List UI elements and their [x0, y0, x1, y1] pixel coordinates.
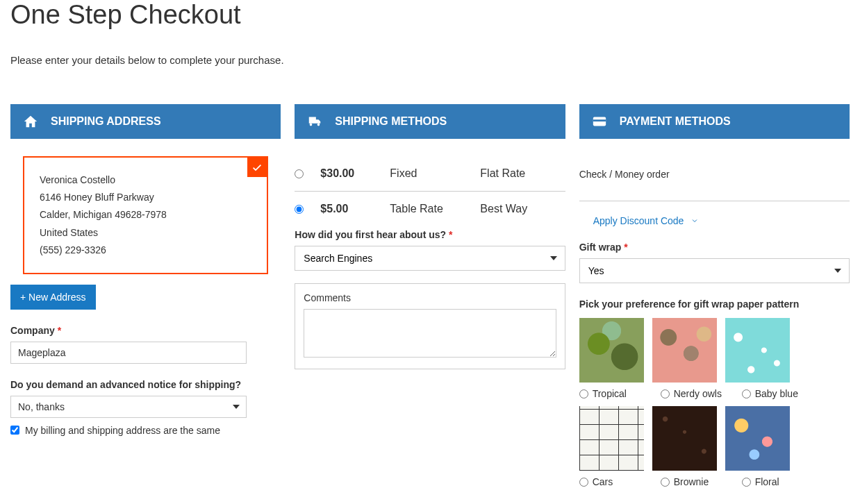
address-country: United States [40, 224, 251, 242]
shipping-option-flat-rate[interactable]: $30.00 Fixed Flat Rate [295, 156, 565, 192]
comments-textarea[interactable] [304, 309, 556, 358]
payment-methods-title: PAYMENT METHODS [620, 115, 731, 128]
company-label: Company [10, 325, 281, 336]
same-billing-checkbox[interactable] [10, 426, 19, 435]
address-name: Veronica Costello [40, 171, 251, 189]
shipping-address-header: SHIPPING ADDRESS [10, 104, 281, 139]
shipping-methods-header: SHIPPING METHODS [295, 104, 565, 139]
flat-rate-price: $30.00 [320, 167, 390, 180]
same-billing-label: My billing and shipping address are the … [25, 425, 220, 436]
address-street: 6146 Honey Bluff Parkway [40, 189, 251, 206]
address-phone: (555) 229-3326 [40, 242, 251, 259]
giftwrap-label: Gift wrap [579, 242, 850, 253]
notice-select[interactable]: No, thanks [10, 396, 247, 418]
hear-about-label: How did you first hear about us? [295, 229, 565, 240]
pattern-option-baby-blue[interactable]: Baby blue [742, 388, 815, 399]
best-way-price: $5.00 [320, 203, 390, 215]
truck-icon [307, 114, 322, 129]
pattern-option-nerdy-owls[interactable]: Nerdy owls [661, 388, 734, 399]
apply-discount-link[interactable]: Apply Discount Code [593, 215, 850, 226]
divider [579, 201, 850, 201]
shipping-address-title: SHIPPING ADDRESS [51, 115, 161, 128]
shipping-methods-title: SHIPPING METHODS [335, 115, 447, 128]
pattern-option-brownie[interactable]: Brownie [661, 476, 734, 487]
hear-about-select[interactable]: Search Engines [295, 246, 565, 271]
swatch-nerdy-owls[interactable] [652, 318, 717, 383]
home-icon [23, 114, 38, 129]
swatch-floral[interactable] [725, 406, 790, 471]
new-address-button[interactable]: + New Address [10, 285, 96, 310]
shipping-option-best-way[interactable]: $5.00 Table Rate Best Way [295, 192, 565, 226]
best-way-name: Best Way [480, 203, 527, 215]
pattern-label: Pick your preference for gift wrap paper… [579, 299, 850, 310]
swatch-baby-blue[interactable] [725, 318, 790, 383]
flat-rate-radio[interactable] [295, 169, 304, 178]
payment-method-check[interactable]: Check / Money order [579, 156, 850, 180]
card-icon [592, 114, 607, 129]
notice-label: Do you demand an advanced notice for shi… [10, 379, 281, 390]
svg-rect-1 [593, 119, 605, 121]
chevron-down-icon [691, 217, 699, 225]
address-city: Calder, Michigan 49628-7978 [40, 206, 251, 224]
pattern-option-floral[interactable]: Floral [742, 476, 815, 487]
shipping-methods-column: SHIPPING METHODS $30.00 Fixed Flat Rate … [295, 104, 565, 494]
best-way-radio[interactable] [295, 205, 304, 214]
pattern-option-tropical[interactable]: Tropical [579, 388, 652, 399]
payment-methods-column: PAYMENT METHODS Check / Money order Appl… [579, 104, 850, 494]
swatch-tropical[interactable] [579, 318, 644, 383]
best-way-type: Table Rate [390, 203, 480, 215]
comments-box: Comments [295, 283, 565, 369]
shipping-address-column: SHIPPING ADDRESS Veronica Costello 6146 … [10, 104, 281, 494]
giftwrap-select[interactable]: Yes [579, 258, 850, 283]
flat-rate-type: Fixed [390, 167, 480, 180]
payment-methods-header: PAYMENT METHODS [579, 104, 850, 139]
comments-label: Comments [304, 292, 556, 303]
swatch-cars[interactable] [579, 406, 644, 471]
selected-check-icon [247, 158, 267, 177]
page-title: One Step Checkout [10, 0, 850, 30]
page-subtitle: Please enter your details below to compl… [10, 54, 850, 66]
flat-rate-name: Flat Rate [480, 167, 525, 180]
pattern-option-cars[interactable]: Cars [579, 476, 652, 487]
address-card[interactable]: Veronica Costello 6146 Honey Bluff Parkw… [23, 156, 268, 274]
company-input[interactable] [10, 342, 247, 364]
swatch-brownie[interactable] [652, 406, 717, 471]
